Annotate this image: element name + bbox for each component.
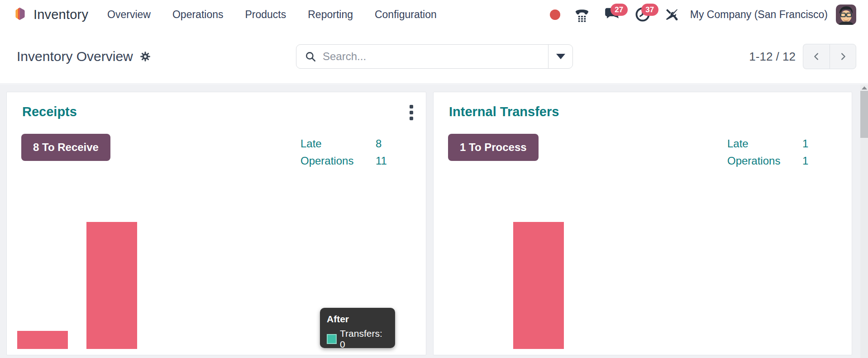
control-panel: Inventory Overview (0, 29, 868, 84)
recording-indicator-icon[interactable] (543, 0, 567, 29)
company-switcher[interactable]: My Company (San Francisco) (690, 9, 828, 21)
pager-previous-button[interactable] (803, 44, 830, 69)
chart-bar[interactable] (86, 222, 137, 349)
operations-link[interactable]: Operations 11 (300, 152, 405, 170)
card-internal-transfers: Internal Transfers 1 To Process Late 1 O… (433, 92, 852, 355)
tooltip-title: After (327, 314, 388, 325)
search-options-toggle[interactable] (548, 45, 572, 68)
top-navbar: Inventory Overview Operations Products R… (0, 0, 868, 29)
debug-tools-icon[interactable] (658, 0, 686, 29)
card-stats: Late 8 Operations 11 (300, 135, 405, 170)
pager-next-button[interactable] (830, 44, 856, 69)
voip-phone-icon[interactable] (567, 0, 597, 29)
search-box (296, 44, 573, 69)
chart-bar[interactable] (513, 222, 564, 349)
activities-icon[interactable]: 37 (628, 0, 658, 29)
menu-reporting[interactable]: Reporting (306, 6, 355, 24)
systray: 27 37 My Company (San Francisco) (543, 0, 856, 29)
page-title: Inventory Overview (17, 49, 133, 64)
late-link[interactable]: Late 1 (727, 135, 831, 152)
late-link[interactable]: Late 8 (300, 135, 405, 152)
activities-count-badge: 37 (641, 4, 658, 16)
menu-overview[interactable]: Overview (105, 6, 153, 24)
series-swatch-icon (327, 334, 337, 344)
search-icon (296, 51, 323, 62)
scroll-up-arrow-icon[interactable] (862, 86, 867, 90)
apps-menu-toggle[interactable]: Inventory (13, 6, 88, 23)
pager-range: 1-12 / 12 (749, 50, 796, 64)
tooltip-series-value: Transfers: 0 (340, 328, 388, 350)
dashboard-content: Receipts 8 To Receive Late 8 Operations … (0, 85, 868, 358)
internal-transfers-bar-chart (434, 201, 852, 355)
operations-link[interactable]: Operations 1 (727, 152, 831, 170)
user-avatar[interactable] (836, 5, 856, 25)
to-process-button[interactable]: 1 To Process (448, 134, 539, 161)
menu-operations[interactable]: Operations (171, 6, 225, 24)
inventory-app-icon (13, 6, 28, 23)
card-stats: Late 1 Operations 1 (727, 135, 831, 170)
messages-count-badge: 27 (610, 4, 628, 16)
chevron-left-icon (811, 52, 821, 61)
scrollbar-thumb[interactable] (860, 91, 868, 138)
card-kebab-menu-icon[interactable] (407, 102, 416, 123)
messages-icon[interactable]: 27 (597, 0, 628, 29)
menu-configuration[interactable]: Configuration (373, 6, 439, 24)
chart-tooltip: After Transfers: 0 (320, 308, 395, 348)
search-input[interactable] (323, 45, 548, 68)
view-settings-gear-icon[interactable] (139, 51, 151, 62)
red-dot-icon (550, 9, 560, 20)
chart-bar[interactable] (17, 331, 68, 349)
pager: 1-12 / 12 (749, 29, 856, 84)
card-title[interactable]: Internal Transfers (449, 104, 559, 119)
app-name[interactable]: Inventory (33, 7, 88, 22)
to-receive-button[interactable]: 8 To Receive (21, 134, 110, 161)
chevron-right-icon (838, 52, 848, 61)
app-menu: Overview Operations Products Reporting C… (105, 6, 439, 24)
card-title[interactable]: Receipts (22, 104, 77, 119)
chevron-down-icon (556, 54, 565, 59)
odoo-web-client: Inventory Overview Operations Products R… (0, 0, 868, 358)
vertical-scrollbar[interactable] (860, 85, 868, 358)
menu-products[interactable]: Products (243, 6, 288, 24)
